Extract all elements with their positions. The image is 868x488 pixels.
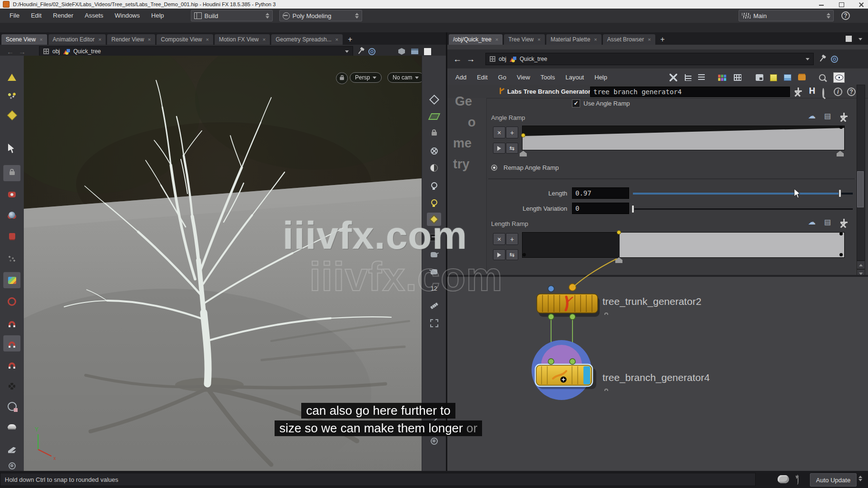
cook-brain-icon[interactable] — [778, 475, 789, 483]
view-diamond-icon[interactable] — [427, 93, 441, 106]
info-icon[interactable]: i — [834, 88, 842, 96]
close-icon[interactable]: × — [99, 37, 101, 42]
recook-icon[interactable] — [797, 475, 799, 485]
ramp-cycle-button[interactable]: ⇆ — [506, 143, 518, 154]
grid-layout-icon[interactable] — [734, 74, 741, 81]
right-path-field[interactable]: obj Quick_tree — [485, 53, 814, 65]
add-tab-button[interactable]: + — [344, 34, 356, 45]
toolbox-icon[interactable] — [798, 75, 806, 80]
ramp-presets-icon[interactable]: ▤ — [824, 218, 831, 226]
tool-context-spinner[interactable] — [355, 13, 359, 19]
length-ramp-editor[interactable] — [522, 232, 845, 258]
tab-geometry-spreadsheet[interactable]: Geometry Spreadsh...× — [271, 34, 343, 45]
search-icon[interactable] — [819, 74, 826, 81]
forward-arrow-icon[interactable]: → — [19, 48, 26, 56]
close-icon[interactable]: × — [594, 37, 597, 42]
snap-grid-magnet-icon[interactable] — [3, 315, 20, 331]
remap-angle-ramp-toggle[interactable] — [491, 165, 497, 171]
pane-maximize-icon[interactable] — [846, 36, 852, 42]
ghost-objects-icon[interactable] — [427, 144, 441, 157]
close-button[interactable] — [858, 1, 865, 8]
radial-menu-icon[interactable] — [368, 48, 375, 55]
menu-tools[interactable]: Tools — [535, 70, 560, 85]
lock-camera-icon[interactable] — [427, 127, 441, 140]
search-icon[interactable] — [822, 88, 824, 98]
close-icon[interactable]: × — [538, 37, 541, 42]
ramp-presets-icon[interactable]: ▤ — [824, 112, 831, 120]
ramp-point-marker[interactable] — [839, 232, 843, 235]
radial-menu-icon[interactable] — [831, 56, 838, 63]
pane-menu-icon[interactable] — [858, 38, 862, 40]
close-icon[interactable]: × — [495, 37, 498, 42]
menu-help[interactable]: Help — [146, 9, 170, 23]
length-variation-input[interactable] — [572, 203, 629, 214]
lighting-icon[interactable] — [427, 195, 441, 209]
snap-prim-magnet-icon[interactable] — [3, 356, 20, 372]
angle-ramp-editor[interactable] — [522, 126, 845, 150]
ramp-point-marker[interactable] — [839, 253, 843, 256]
headlight-icon[interactable] — [427, 178, 441, 192]
tab-material-palette[interactable]: Material Palette× — [546, 34, 602, 45]
tab-scene-view[interactable]: Scene View× — [1, 34, 47, 45]
path-root[interactable]: obj — [499, 56, 506, 62]
length-variation-slider-track[interactable] — [633, 208, 853, 210]
shading-mode-icon[interactable] — [427, 161, 441, 175]
ramp-add-point-button[interactable]: + — [506, 127, 518, 138]
menu-render[interactable]: Render — [47, 9, 79, 23]
back-arrow-icon[interactable]: ← — [7, 48, 14, 56]
construction-dome-icon[interactable] — [3, 418, 20, 434]
use-angle-ramp-checkbox[interactable]: ✓ — [572, 99, 580, 107]
ramp-ghost-icon[interactable]: ☁ — [808, 111, 816, 120]
auto-update-selector[interactable]: Auto Update — [810, 473, 857, 487]
secure-selection-icon[interactable] — [3, 165, 20, 181]
close-icon[interactable]: × — [335, 37, 338, 42]
lasso-select-icon[interactable] — [3, 293, 20, 310]
desktop-selector[interactable]: Build — [191, 10, 273, 21]
path-root[interactable]: obj — [52, 48, 60, 55]
path-node[interactable]: Quick_tree — [520, 56, 802, 62]
node-label-trunk[interactable]: tree_trunk_generator2 — [602, 296, 701, 307]
measure-tool-icon[interactable] — [427, 299, 441, 312]
persp-view-selector[interactable]: Persp — [350, 72, 382, 83]
add-tab-button[interactable]: + — [657, 34, 669, 45]
ramp-delete-point-button[interactable]: × — [493, 127, 505, 138]
maximize-button[interactable] — [838, 1, 845, 8]
menu-help[interactable]: Help — [589, 70, 612, 85]
ramp-point-marker[interactable] — [839, 126, 843, 129]
ramp-point-marker[interactable] — [617, 230, 621, 234]
translate-handle-icon[interactable] — [3, 186, 20, 203]
help-icon[interactable]: ? — [847, 88, 856, 96]
ramp-play-button[interactable] — [493, 249, 505, 260]
scroll-up-button[interactable] — [857, 261, 865, 269]
node-badges-icon[interactable] — [756, 74, 763, 81]
viewport-layout-camera-icon[interactable] — [411, 49, 418, 54]
select-handles-icon[interactable] — [427, 265, 441, 278]
menu-edit[interactable]: Edit — [472, 70, 493, 85]
scrollbar-thumb[interactable] — [857, 171, 864, 207]
tab-asset-browser[interactable]: Asset Browser× — [603, 34, 655, 45]
menu-edit[interactable]: Edit — [25, 9, 47, 23]
ramp-point-marker[interactable] — [521, 133, 525, 137]
menu-assets[interactable]: Assets — [79, 9, 109, 23]
chevron-down-icon[interactable] — [806, 58, 809, 60]
length-variation-slider-handle[interactable] — [631, 205, 634, 213]
pin-icon[interactable] — [358, 49, 362, 54]
ramp-play-button[interactable] — [493, 143, 505, 154]
orient-picking-icon[interactable] — [3, 398, 20, 414]
multi-snap-icon[interactable] — [3, 378, 20, 394]
construction-plane-icon[interactable] — [427, 110, 441, 123]
path-node[interactable]: Quick_tree — [73, 48, 342, 55]
forward-arrow-icon[interactable]: → — [466, 54, 475, 64]
menu-add[interactable]: Add — [450, 70, 472, 85]
display-options-icon[interactable] — [427, 213, 441, 226]
ramp-add-point-button[interactable]: + — [506, 233, 518, 245]
ramp-ghost-icon[interactable]: ☁ — [808, 217, 816, 226]
snapshot-frame-icon[interactable] — [427, 316, 441, 330]
pose-tool-icon[interactable] — [3, 251, 20, 267]
back-arrow-icon[interactable]: ← — [453, 54, 462, 64]
sticky-note-icon[interactable] — [770, 74, 777, 81]
flipbook-brush-icon[interactable] — [427, 415, 441, 429]
color-palette-icon[interactable] — [718, 75, 726, 81]
close-icon[interactable]: × — [648, 37, 651, 42]
ramp-point-marker[interactable] — [523, 253, 526, 256]
